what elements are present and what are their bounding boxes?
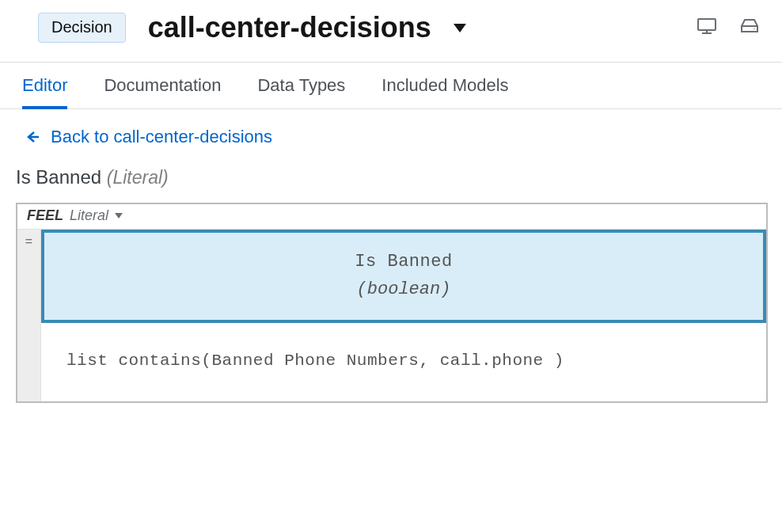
expression-type-block[interactable]: Is Banned (boolean)	[41, 230, 766, 323]
tab-documentation[interactable]: Documentation	[104, 64, 221, 109]
expression-type: (boolean)	[44, 279, 763, 299]
node-name: Is Banned	[16, 166, 101, 188]
expression-code[interactable]: list contains(Banned Phone Numbers, call…	[41, 323, 766, 401]
equals-gutter: =	[17, 230, 41, 401]
page-header: Decision call-center-decisions	[0, 0, 782, 62]
desktop-icon[interactable]	[697, 17, 717, 38]
header-icons	[697, 17, 760, 38]
back-link-label: Back to call-center-decisions	[51, 127, 272, 147]
tab-editor[interactable]: Editor	[22, 64, 67, 109]
page-title: call-center-decisions	[148, 11, 466, 44]
chevron-down-icon	[115, 213, 123, 218]
tab-data-types[interactable]: Data Types	[257, 64, 345, 109]
feel-label: FEEL	[27, 207, 63, 224]
asset-type-badge: Decision	[38, 13, 126, 43]
storage-icon[interactable]	[739, 17, 760, 38]
tab-included-models[interactable]: Included Models	[382, 64, 508, 109]
feel-kind: Literal	[70, 207, 108, 224]
svg-point-4	[754, 28, 754, 29]
expression-editor: FEEL Literal = Is Banned (boolean) list …	[16, 203, 768, 403]
title-text: call-center-decisions	[148, 11, 431, 44]
expression-name: Is Banned	[44, 252, 763, 272]
node-kind: (Literal)	[107, 167, 169, 188]
tabs-bar: Editor Documentation Data Types Included…	[0, 62, 782, 109]
title-dropdown-button[interactable]	[454, 24, 466, 32]
back-link[interactable]: Back to call-center-decisions	[0, 109, 782, 165]
node-subtitle: Is Banned (Literal)	[0, 165, 782, 203]
feel-bar[interactable]: FEEL Literal	[17, 204, 766, 230]
svg-rect-0	[698, 19, 716, 30]
arrow-left-icon	[25, 130, 40, 144]
